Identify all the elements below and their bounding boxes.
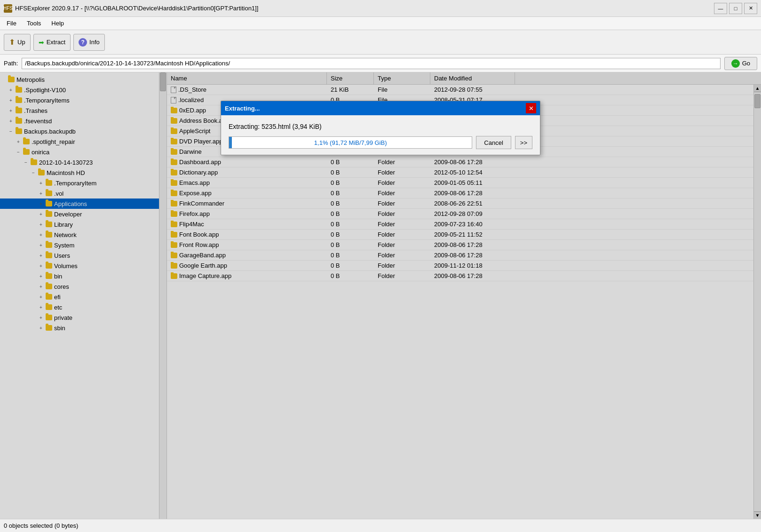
window-controls: — □ ✕ <box>714 3 757 14</box>
close-button[interactable]: ✕ <box>744 3 757 14</box>
status-text: 0 objects selected (0 bytes) <box>4 522 78 529</box>
go-button[interactable]: → Go <box>724 57 757 70</box>
menu-file[interactable]: File <box>2 18 21 28</box>
path-input[interactable] <box>22 58 720 69</box>
path-bar: Path: → Go <box>0 55 761 72</box>
progress-bar: 1,1% (91,72 MiB/7,99 GiB) <box>229 136 472 149</box>
info-icon: ? <box>79 38 87 47</box>
dialog-close-button[interactable]: ✕ <box>526 103 536 113</box>
up-icon: ⬆ <box>9 38 15 47</box>
progress-text: 1,1% (91,72 MiB/7,99 GiB) <box>314 139 387 146</box>
info-label: Info <box>89 39 100 46</box>
window-title: HFSExplorer 2020.9.17 - [\\?\GLOBALROOT\… <box>15 5 258 12</box>
extract-label: Extract <box>47 39 65 46</box>
minimize-button[interactable]: — <box>714 3 727 14</box>
main-area: Metropolis+.Spotlight-V100+.TemporaryIte… <box>0 72 761 519</box>
menu-tools[interactable]: Tools <box>22 18 46 28</box>
dialog-title-bar: Extracting... ✕ <box>221 101 540 115</box>
progress-row: 1,1% (91,72 MiB/7,99 GiB) Cancel >> <box>229 136 532 149</box>
extracting-dialog: Extracting... ✕ Extracting: 5235.html (3… <box>221 101 540 155</box>
extract-status-text: Extracting: 5235.html (3,94 KiB) <box>229 123 532 130</box>
path-label: Path: <box>4 60 18 67</box>
app-icon: HFS <box>4 4 12 13</box>
title-bar-left: HFS HFSExplorer 2020.9.17 - [\\?\GLOBALR… <box>4 4 258 13</box>
toolbar: ⬆ Up ➡ Extract ? Info <box>0 30 761 55</box>
extract-icon: ➡ <box>39 39 44 46</box>
dialog-title: Extracting... <box>225 105 260 112</box>
extract-button[interactable]: ➡ Extract <box>33 34 71 51</box>
go-icon: → <box>731 59 740 68</box>
go-label: Go <box>742 60 750 67</box>
restore-button[interactable]: □ <box>729 3 742 14</box>
progress-fill <box>229 137 232 148</box>
title-bar: HFS HFSExplorer 2020.9.17 - [\\?\GLOBALR… <box>0 0 761 17</box>
chevron-button[interactable]: >> <box>515 136 532 149</box>
info-button[interactable]: ? Info <box>73 34 105 51</box>
menu-help[interactable]: Help <box>47 18 69 28</box>
dialog-body: Extracting: 5235.html (3,94 KiB) 1,1% (9… <box>221 115 540 155</box>
up-label: Up <box>17 39 25 46</box>
cancel-button[interactable]: Cancel <box>476 136 511 149</box>
up-button[interactable]: ⬆ Up <box>4 34 31 51</box>
modal-overlay: Extracting... ✕ Extracting: 5235.html (3… <box>0 72 761 519</box>
status-bar: 0 objects selected (0 bytes) <box>0 519 761 532</box>
menu-bar: File Tools Help <box>0 17 761 30</box>
